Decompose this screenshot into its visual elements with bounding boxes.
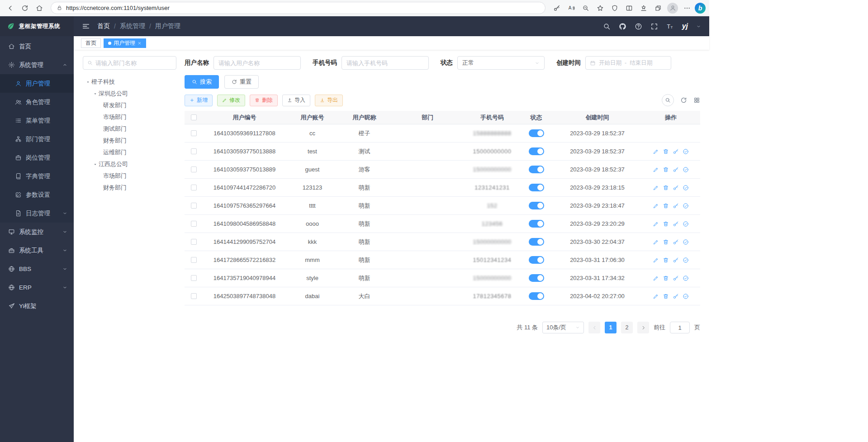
tree-node[interactable]: 江西总公司: [83, 158, 176, 170]
sidebar-item-erp[interactable]: ERP: [0, 278, 74, 297]
status-toggle[interactable]: [529, 166, 544, 173]
export-button[interactable]: 导出: [315, 95, 343, 106]
row-checkbox[interactable]: [191, 130, 197, 136]
user-avatar[interactable]: yj: [682, 23, 688, 30]
edit-icon[interactable]: [653, 257, 659, 263]
tree-node[interactable]: 财务部门: [83, 135, 176, 147]
tree-node[interactable]: 运维部门: [83, 147, 176, 158]
status-toggle[interactable]: [529, 202, 544, 209]
edit-icon[interactable]: [653, 275, 659, 281]
status-toggle[interactable]: [529, 292, 544, 300]
reset-password-icon[interactable]: [673, 148, 679, 155]
edit-icon[interactable]: [653, 185, 659, 191]
assign-role-icon[interactable]: [683, 148, 689, 155]
edit-icon[interactable]: [653, 221, 659, 227]
tab-user-management[interactable]: 用户管理: [104, 38, 146, 48]
assign-role-icon[interactable]: [683, 203, 689, 209]
status-toggle[interactable]: [529, 220, 544, 228]
tree-node[interactable]: 橙子科技: [83, 76, 176, 88]
tree-node[interactable]: 市场部门: [83, 111, 176, 123]
font-size-button[interactable]: [666, 23, 674, 30]
tab-home[interactable]: 首页: [81, 38, 101, 48]
sidebar-item-menus[interactable]: 菜单管理: [0, 111, 74, 130]
profile-button[interactable]: [666, 2, 679, 14]
delete-icon[interactable]: [663, 257, 669, 263]
edit-icon[interactable]: [653, 239, 659, 245]
tree-node[interactable]: 测试部门: [83, 123, 176, 135]
next-page-button[interactable]: [637, 322, 649, 333]
assign-role-icon[interactable]: [683, 293, 689, 299]
breadcrumb-home[interactable]: 首页: [97, 22, 110, 30]
phone-input[interactable]: [342, 56, 429, 70]
page-size-select[interactable]: 10条/页: [542, 322, 584, 333]
tree-expand-icon[interactable]: [85, 80, 91, 84]
sidebar-item-home[interactable]: 首页: [0, 37, 74, 56]
assign-role-icon[interactable]: [683, 166, 689, 173]
sidebar-toggle-button[interactable]: [82, 22, 90, 30]
edit-icon[interactable]: [653, 293, 659, 299]
page-button-2[interactable]: 2: [621, 322, 633, 333]
username-input[interactable]: [213, 56, 301, 70]
reset-password-icon[interactable]: [673, 275, 679, 281]
import-button[interactable]: 导入: [282, 95, 310, 106]
prev-page-button[interactable]: [588, 322, 600, 333]
assign-role-icon[interactable]: [683, 275, 689, 281]
row-checkbox[interactable]: [191, 148, 197, 154]
edit-icon[interactable]: [653, 203, 659, 209]
status-toggle[interactable]: [529, 184, 544, 191]
delete-icon[interactable]: [663, 293, 669, 299]
sidebar-item-system[interactable]: 系统管理: [0, 56, 74, 74]
github-link[interactable]: [619, 23, 626, 30]
reset-password-icon[interactable]: [673, 221, 679, 227]
sidebar-item-monitoring[interactable]: 系统监控: [0, 223, 74, 241]
sidebar-item-roles[interactable]: 角色管理: [0, 93, 74, 111]
fullscreen-button[interactable]: [650, 23, 658, 30]
user-menu-caret-icon[interactable]: [696, 24, 701, 29]
tree-node[interactable]: 市场部门: [83, 170, 176, 182]
help-button[interactable]: [635, 23, 642, 30]
select-all-checkbox[interactable]: [191, 114, 197, 120]
tree-expand-icon[interactable]: [92, 162, 99, 166]
reset-password-icon[interactable]: [673, 257, 679, 263]
status-toggle[interactable]: [529, 238, 544, 246]
sidebar-item-bbs[interactable]: BBS: [0, 260, 74, 278]
status-select[interactable]: 正常: [457, 56, 545, 70]
delete-icon[interactable]: [663, 185, 669, 191]
edit-button[interactable]: 修改: [217, 95, 245, 106]
date-range-picker[interactable]: 开始日期 - 结束日期: [585, 56, 671, 70]
home-button[interactable]: [33, 2, 46, 14]
back-button[interactable]: [4, 2, 17, 14]
delete-icon[interactable]: [663, 203, 669, 209]
assign-role-icon[interactable]: [683, 221, 689, 227]
delete-icon[interactable]: [663, 166, 669, 173]
sidebar-item-posts[interactable]: 岗位管理: [0, 148, 74, 167]
reset-password-icon[interactable]: [673, 185, 679, 191]
search-button[interactable]: 搜索: [185, 75, 219, 89]
row-checkbox[interactable]: [191, 257, 197, 263]
add-button[interactable]: 新增: [185, 95, 213, 106]
reset-password-icon[interactable]: [673, 203, 679, 209]
favorite-button[interactable]: [593, 2, 607, 14]
status-toggle[interactable]: [529, 129, 544, 137]
header-search-button[interactable]: [603, 23, 611, 30]
status-toggle[interactable]: [529, 274, 544, 282]
row-checkbox[interactable]: [191, 293, 197, 299]
copilot-icon[interactable]: b: [695, 3, 706, 14]
password-key-button[interactable]: [550, 2, 564, 14]
favorites-bar-button[interactable]: [637, 2, 650, 14]
zoom-button[interactable]: [579, 2, 593, 14]
sidebar-item-parameters[interactable]: 参数设置: [0, 185, 74, 204]
close-tab-icon[interactable]: [138, 41, 142, 45]
sidebar-item-departments[interactable]: 部门管理: [0, 130, 74, 148]
sidebar-item-logs[interactable]: 日志管理: [0, 204, 74, 223]
page-button-1[interactable]: 1: [605, 322, 617, 333]
toggle-search-button[interactable]: [662, 94, 674, 106]
reset-password-icon[interactable]: [673, 239, 679, 245]
assign-role-icon[interactable]: [683, 257, 689, 263]
split-screen-button[interactable]: [622, 2, 636, 14]
delete-button[interactable]: 删除: [250, 95, 278, 106]
assign-role-icon[interactable]: [683, 239, 689, 245]
status-toggle[interactable]: [529, 147, 544, 155]
delete-icon[interactable]: [663, 221, 669, 227]
edit-icon[interactable]: [653, 166, 659, 173]
